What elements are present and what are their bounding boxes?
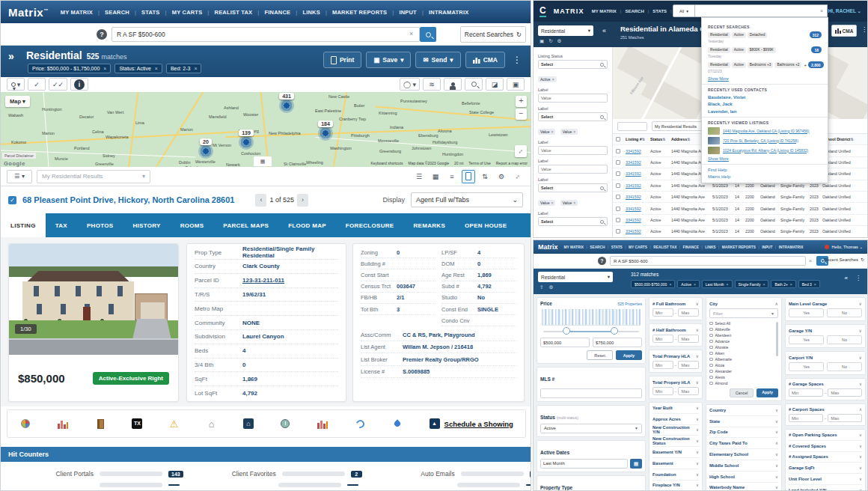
water-drop-icon[interactable]	[391, 418, 403, 430]
user-menu[interactable]: Hello, Thomas ⌄	[832, 245, 864, 249]
tab[interactable]: FORECLOSURE	[336, 213, 404, 237]
more-options-icon[interactable]: ⋮	[861, 26, 867, 33]
listing-photo[interactable]: 1/30	[9, 244, 178, 355]
parcel-disclaimer-link[interactable]: Parcel Disclaimer	[2, 153, 36, 159]
collapsed-filter-row[interactable]: Foundation	[652, 469, 699, 481]
search-scope-select[interactable]: All▾	[673, 4, 695, 17]
criteria-chip[interactable]: Value×	[560, 129, 578, 135]
city-option[interactable]: Abbeville	[709, 326, 778, 332]
map-cluster-marker[interactable]: 431	[279, 93, 294, 113]
listing-number-link[interactable]: 3341592	[626, 207, 650, 211]
table-row[interactable]: 3341592 Active 1440 Magnolia Ave 5/1/202…	[613, 215, 868, 226]
collapsed-filter-row[interactable]: Fireplace Y/N	[652, 481, 699, 491]
view-detail-button[interactable]	[462, 170, 475, 183]
nav-item[interactable]: SEARCH	[617, 9, 644, 13]
min-input[interactable]	[652, 308, 673, 317]
nav-item[interactable]: STATS	[129, 9, 160, 16]
viewed-listing-item[interactable]: 720 Pine St, Berkeley, CA (Listing ID 74…	[708, 137, 822, 144]
nav-item[interactable]: MY CARTS	[623, 246, 647, 249]
listing-number-link[interactable]: 3341592	[626, 149, 650, 153]
checkbox[interactable]	[709, 358, 713, 362]
select-all-checkbox[interactable]	[616, 137, 620, 141]
map-pin-tool-button[interactable]: ▾	[7, 78, 25, 91]
col-header[interactable]: Listing #⇅	[626, 137, 650, 141]
tab[interactable]: TAX	[46, 213, 77, 237]
tab[interactable]: ROOMS	[171, 213, 214, 237]
matrix-logo[interactable]: Matrix™	[8, 6, 49, 19]
clear-icon[interactable]: ×	[820, 8, 823, 13]
collapsed-filter-row[interactable]: High School	[709, 472, 778, 483]
checkbox[interactable]	[709, 376, 713, 379]
slider-handle-max[interactable]	[611, 327, 618, 335]
send-button[interactable]: ✉Send ▾	[415, 52, 460, 68]
status-select[interactable]: Active▼	[540, 424, 642, 433]
max-input[interactable]	[678, 308, 699, 317]
nav-item[interactable]: LINKS	[290, 9, 320, 16]
notification-icon[interactable]	[825, 245, 829, 249]
property-class-select[interactable]: Residential▾	[538, 272, 613, 282]
more-options-icon[interactable]: ⋮	[510, 55, 525, 65]
chevron-down-icon[interactable]: ∨	[859, 301, 862, 306]
nav-item[interactable]: MY MATRIX	[564, 246, 584, 249]
criteria-input[interactable]: Value	[538, 165, 608, 174]
collapsed-filter-row[interactable]: City Taxes Paid To	[709, 438, 778, 449]
max-input[interactable]	[828, 388, 862, 397]
collapsed-filter-row[interactable]: Zip Code	[709, 427, 778, 439]
more-options-icon[interactable]: ⋮	[855, 275, 861, 281]
remove-chip-icon[interactable]: ×	[103, 66, 106, 71]
speed-bar-input[interactable]	[111, 27, 420, 42]
contact-link[interactable]: Lavender, Ian	[708, 109, 822, 114]
scrollbar[interactable]	[776, 322, 778, 356]
save-icon[interactable]: ▣	[540, 38, 544, 44]
remove-chip-icon[interactable]: ×	[694, 282, 696, 287]
nav-item[interactable]: LINKS	[699, 246, 716, 249]
listing-number-link[interactable]: 3341592	[626, 218, 650, 222]
info-button[interactable]: i	[70, 78, 88, 91]
contact-link[interactable]: Baudelaire, Violet	[708, 95, 822, 100]
nav-item[interactable]: MY MATRIX	[592, 9, 617, 13]
filter-chip[interactable]: Active×	[677, 280, 700, 288]
min-input[interactable]	[789, 388, 823, 397]
viewed-listing-item[interactable]: 1440 Magnolia Ave, Oakland CA (Listing I…	[708, 127, 822, 135]
nav-item[interactable]: FINANCE	[252, 9, 290, 16]
criteria-input[interactable]: Value	[538, 146, 608, 155]
results-dropdown[interactable]: My Residential Results▾	[37, 170, 150, 183]
remove-chip-icon[interactable]: ×	[814, 282, 816, 287]
stats-chart-icon[interactable]	[57, 418, 69, 430]
map-expand-button[interactable]: ↕	[515, 145, 527, 157]
city-option[interactable]: Alcoa	[709, 362, 778, 368]
mls-number-input[interactable]	[540, 388, 642, 398]
matrix-logo[interactable]: Matrix	[538, 243, 558, 251]
recent-search-item[interactable]: ResidentialActiveBedrooms +3Bathrooms +2…	[708, 61, 822, 73]
listing-number-link[interactable]: 3341592	[626, 171, 650, 176]
map-grid-button[interactable]: ▦	[254, 156, 272, 166]
help-link[interactable]: Find Help	[708, 168, 822, 172]
map-wheel-icon[interactable]	[19, 418, 31, 430]
city-option[interactable]: Almond	[709, 380, 778, 386]
viewed-listing-item[interactable]: 1024 Eucalyptus Rd, Albany CA (Listing I…	[708, 147, 822, 154]
print-button[interactable]: Print	[323, 52, 361, 68]
active-dates-input[interactable]	[540, 459, 628, 469]
city-filter-input[interactable]: Filter▼	[709, 308, 778, 318]
matrix-brand[interactable]: MATRIX	[554, 7, 584, 15]
help-link[interactable]: Matrix Help	[708, 174, 822, 179]
tab[interactable]: HISTORY	[123, 213, 170, 237]
nav-item[interactable]: REALIST TAX	[647, 246, 676, 249]
city-option[interactable]: Advance	[709, 338, 778, 344]
remove-chip-icon[interactable]: ×	[790, 282, 792, 287]
checkbox[interactable]	[709, 346, 713, 350]
collapsed-filter-row[interactable]: Elementary School	[709, 449, 778, 460]
chevron-down-icon[interactable]: ∨	[696, 353, 699, 359]
nav-item[interactable]: INPUT	[387, 9, 417, 16]
gear-icon[interactable]: ⚙	[548, 284, 553, 290]
row-checkbox[interactable]	[616, 160, 620, 165]
row-checkbox[interactable]	[616, 195, 620, 199]
corelogic-logo[interactable]: C	[540, 6, 546, 17]
settings-button[interactable]: ⚙	[495, 170, 508, 183]
nav-item[interactable]: REALIST TAX	[202, 9, 252, 16]
listing-link[interactable]: 1024 Eucalyptus Rd, Albany CA (Listing I…	[723, 148, 808, 153]
city-option[interactable]: Aberdeen	[709, 332, 778, 338]
filter-chip[interactable]: Bed 3×	[798, 280, 820, 288]
chevron-down-icon[interactable]: ∨	[696, 301, 699, 306]
collapsed-filter-row[interactable]: # Assigned Spaces	[789, 452, 862, 463]
